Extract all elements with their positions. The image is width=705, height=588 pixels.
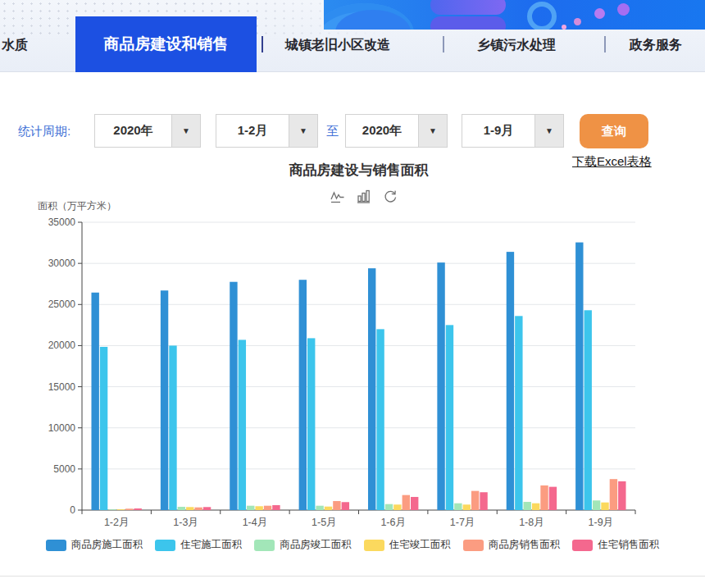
- bar[interactable]: 1-6月 住宅销售面积: 1600: [411, 497, 418, 510]
- x-tick-label: 1-6月: [380, 517, 406, 528]
- start-year-value: 2020年: [95, 123, 171, 139]
- bar[interactable]: 1-3月 商品房施工面积: 26700: [161, 290, 168, 510]
- bar[interactable]: 1-2月 住宅竣工面积: 90: [117, 509, 125, 510]
- tab-separator: [262, 36, 263, 52]
- bar[interactable]: 1-7月 住宅施工面积: 22500: [446, 325, 453, 510]
- bar[interactable]: 1-2月 住宅施工面积: 19850: [100, 347, 107, 510]
- bar[interactable]: 1-3月 住宅竣工面积: 370: [186, 507, 193, 510]
- bar-chart: 050001000015000200002500030000350001-2月1…: [0, 209, 705, 536]
- to-label: 至: [326, 124, 339, 139]
- bar[interactable]: 1-2月 住宅销售面积: 200: [134, 508, 141, 510]
- start-year-select[interactable]: 2020年 ▼: [94, 114, 201, 148]
- bar[interactable]: 1-9月 住宅销售面积: 3500: [618, 481, 625, 510]
- legend-swatch: [364, 540, 384, 551]
- legend-item[interactable]: 住宅销售面积: [572, 538, 659, 552]
- y-tick-label: 20000: [48, 340, 76, 351]
- bar[interactable]: 1-3月 住宅销售面积: 370: [203, 507, 211, 510]
- legend-item[interactable]: 商品房施工面积: [46, 538, 143, 552]
- x-tick-label: 1-9月: [589, 517, 614, 528]
- bar[interactable]: 1-5月 住宅销售面积: 970: [342, 502, 349, 510]
- bar[interactable]: 1-4月 商品房竣工面积: 530: [247, 506, 254, 510]
- legend-item[interactable]: 住宅竣工面积: [364, 538, 451, 552]
- tab-old-district-renovation[interactable]: 城镇老旧小区改造: [285, 37, 390, 54]
- legend-swatch: [46, 540, 66, 551]
- bar[interactable]: 1-6月 商品房销售面积: 1830: [403, 495, 410, 510]
- chart-title: 商品房建设与销售面积: [49, 161, 668, 180]
- bar[interactable]: 1-9月 住宅竣工面积: 930: [601, 503, 608, 510]
- x-tick-label: 1-7月: [450, 517, 475, 528]
- y-tick-label: 30000: [48, 258, 76, 269]
- legend-swatch: [155, 540, 175, 551]
- bar[interactable]: 1-7月 商品房施工面积: 30100: [437, 262, 444, 510]
- end-year-select[interactable]: 2020年 ▼: [345, 114, 448, 148]
- legend-item[interactable]: 住宅施工面积: [155, 538, 242, 552]
- bar[interactable]: 1-2月 商品房销售面积: 170: [125, 508, 133, 510]
- bar-chart-icon[interactable]: [356, 189, 372, 205]
- bar[interactable]: 1-8月 住宅竣工面积: 830: [532, 504, 539, 510]
- tab-water-quality[interactable]: 水质: [2, 37, 28, 54]
- bar[interactable]: 1-8月 住宅施工面积: 23600: [515, 316, 522, 510]
- database-graphic: [430, 0, 506, 15]
- header-illustration: [324, 0, 705, 30]
- bar[interactable]: 1-3月 商品房竣工面积: 400: [178, 507, 185, 510]
- bar[interactable]: 1-8月 商品房竣工面积: 1000: [524, 502, 531, 510]
- bar[interactable]: 1-9月 住宅施工面积: 24300: [584, 310, 592, 510]
- bar[interactable]: 1-6月 商品房竣工面积: 730: [385, 504, 393, 510]
- stat-period-label: 统计周期:: [18, 124, 70, 139]
- y-tick-label: 35000: [48, 217, 76, 228]
- bar[interactable]: 1-6月 商品房施工面积: 29400: [368, 268, 375, 510]
- bar[interactable]: 1-6月 住宅竣工面积: 670: [393, 504, 401, 510]
- bar[interactable]: 1-5月 住宅竣工面积: 430: [325, 507, 332, 510]
- bar[interactable]: 1-9月 商品房竣工面积: 1170: [593, 500, 600, 510]
- legend-swatch: [463, 540, 484, 551]
- y-tick-label: 15000: [48, 381, 76, 393]
- bar[interactable]: 1-5月 商品房销售面积: 1100: [333, 501, 340, 510]
- caret-down-icon[interactable]: ▼: [171, 115, 200, 147]
- bar[interactable]: 1-7月 商品房竣工面积: 830: [454, 504, 462, 510]
- start-month-select[interactable]: 1-2月 ▼: [216, 114, 318, 148]
- bar[interactable]: 1-5月 商品房竣工面积: 530: [316, 506, 323, 510]
- x-tick-label: 1-2月: [104, 517, 130, 528]
- legend-swatch: [254, 540, 275, 551]
- start-month-value: 1-2月: [216, 123, 289, 139]
- bar[interactable]: 1-6月 住宅施工面积: 22000: [376, 329, 384, 510]
- bar[interactable]: 1-7月 住宅竣工面积: 670: [463, 504, 471, 510]
- legend-item[interactable]: 商品房销售面积: [463, 538, 561, 552]
- caret-down-icon[interactable]: ▼: [534, 115, 563, 147]
- legend-item[interactable]: 商品房竣工面积: [254, 538, 352, 552]
- tab-separator: [604, 36, 606, 52]
- bar[interactable]: 1-4月 商品房销售面积: 530: [264, 506, 271, 510]
- bar[interactable]: 1-8月 商品房销售面积: 3000: [540, 485, 548, 510]
- tab-sewage-treatment[interactable]: 乡镇污水处理: [477, 37, 556, 54]
- bar[interactable]: 1-4月 住宅销售面积: 600: [272, 505, 280, 510]
- bar[interactable]: 1-7月 住宅销售面积: 2170: [480, 492, 487, 510]
- bar[interactable]: 1-2月 商品房施工面积: 26450: [91, 293, 98, 510]
- query-button[interactable]: 查询: [580, 114, 648, 148]
- chart-toolbox: [330, 189, 398, 205]
- bar[interactable]: 1-9月 商品房销售面积: 3770: [610, 479, 617, 510]
- refresh-icon[interactable]: [382, 189, 398, 205]
- tab-commercial-housing[interactable]: 商品房建设和销售: [75, 16, 257, 72]
- tab-separator: [443, 36, 444, 52]
- x-tick-label: 1-4月: [243, 517, 268, 528]
- bar[interactable]: 1-4月 商品房施工面积: 27750: [230, 282, 237, 510]
- x-tick-label: 1-8月: [519, 517, 544, 528]
- caret-down-icon[interactable]: ▼: [418, 115, 447, 147]
- bar[interactable]: 1-4月 住宅竣工面积: 470: [255, 506, 262, 510]
- legend-swatch: [572, 540, 593, 551]
- bar[interactable]: 1-8月 商品房施工面积: 31400: [507, 252, 514, 510]
- bar[interactable]: 1-3月 商品房销售面积: 330: [194, 508, 202, 510]
- tab-government-service[interactable]: 政务服务: [630, 37, 682, 54]
- line-chart-icon[interactable]: [330, 189, 346, 205]
- bar[interactable]: 1-9月 商品房施工面积: 32550: [575, 243, 583, 510]
- y-tick-label: 10000: [48, 422, 76, 434]
- bar[interactable]: 1-7月 商品房销售面积: 2330: [471, 491, 479, 510]
- end-month-select[interactable]: 1-9月 ▼: [462, 114, 564, 148]
- bar[interactable]: 1-2月 商品房竣工面积: 50: [108, 509, 116, 510]
- bar[interactable]: 1-8月 住宅销售面积: 2830: [549, 487, 557, 510]
- bar[interactable]: 1-5月 商品房施工面积: 28000: [299, 280, 307, 510]
- bar[interactable]: 1-4月 住宅施工面积: 20700: [239, 340, 246, 510]
- bar[interactable]: 1-3月 住宅施工面积: 20000: [169, 345, 176, 510]
- bar[interactable]: 1-5月 住宅施工面积: 20900: [307, 338, 315, 510]
- caret-down-icon[interactable]: ▼: [289, 115, 317, 147]
